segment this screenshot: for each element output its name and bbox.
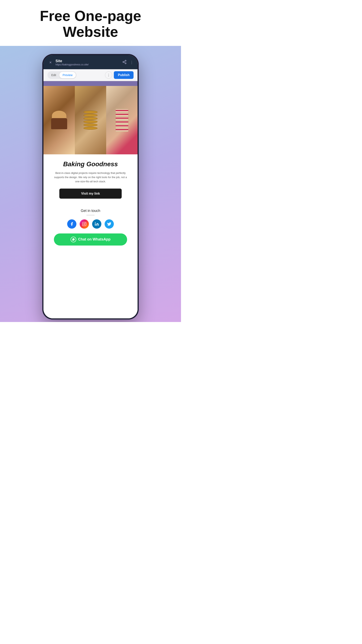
image-gallery: [43, 86, 138, 154]
cookie-6: [83, 127, 97, 130]
publish-button[interactable]: Publish: [114, 71, 134, 79]
cookie-4: [83, 120, 97, 123]
whatsapp-icon: [71, 237, 76, 242]
whatsapp-button[interactable]: Chat on WhatsApp: [54, 234, 127, 246]
facebook-icon[interactable]: [67, 219, 76, 228]
more-options-button[interactable]: ⋮: [105, 72, 112, 79]
gradient-background: × Site https://bakinggoodness.co.site/: [0, 46, 181, 322]
edit-tab[interactable]: Edit: [48, 72, 59, 78]
text-content: Baking Goodness Best-in-class digital pr…: [43, 154, 138, 208]
divider: [86, 215, 94, 215]
site-url: https://bakinggoodness.co.site/: [55, 63, 120, 66]
visit-link-button[interactable]: Visit my link: [59, 188, 122, 199]
hero-title-line1: Free One-page: [40, 8, 141, 24]
close-button[interactable]: ×: [47, 60, 53, 65]
gallery-image-2: [75, 86, 106, 154]
more-icon[interactable]: ⋮: [130, 60, 134, 64]
sandwich-stack: [115, 109, 128, 132]
svg-point-7: [85, 223, 85, 223]
svg-rect-5: [82, 222, 86, 226]
svg-point-6: [83, 223, 85, 224]
get-in-touch-section: Get in touch: [43, 209, 138, 249]
svg-point-2: [125, 63, 126, 64]
share-icon[interactable]: [122, 60, 127, 65]
sandwich-3: [115, 116, 128, 120]
svg-rect-8: [95, 224, 96, 226]
sandwich-5: [115, 124, 128, 128]
cookie-1: [83, 111, 97, 114]
svg-line-3: [124, 62, 125, 63]
linkedin-icon[interactable]: [92, 219, 101, 228]
whatsapp-label: Chat on WhatsApp: [78, 237, 111, 242]
cookie-3: [83, 117, 97, 120]
svg-point-0: [125, 60, 126, 62]
cookie-5: [83, 124, 97, 126]
cookie-stack: [83, 111, 97, 130]
svg-point-1: [123, 62, 124, 62]
preview-tab[interactable]: Preview: [59, 72, 76, 78]
get-in-touch-label: Get in touch: [47, 209, 134, 213]
baking-description: Best-in-class digital projects require t…: [51, 171, 129, 184]
sandwich-1: [115, 109, 128, 112]
phone-inner: × Site https://bakinggoodness.co.site/: [43, 55, 138, 318]
svg-point-9: [95, 222, 96, 223]
page-wrapper: Free One-page Website × Site https://bak…: [0, 0, 181, 322]
title-area: Site https://bakinggoodness.co.site/: [55, 59, 120, 66]
tab-group: Edit Preview: [47, 71, 76, 79]
phone-toolbar: Edit Preview ⋮ Publish: [43, 69, 138, 81]
purple-band: [43, 81, 138, 86]
twitter-icon[interactable]: [105, 219, 114, 228]
phone-mockup: × Site https://bakinggoodness.co.site/: [42, 54, 139, 320]
gallery-image-1: [43, 86, 75, 154]
cookie-2: [83, 114, 97, 117]
svg-line-4: [124, 61, 125, 62]
hero-title-section: Free One-page Website: [0, 0, 181, 46]
hero-heading: Free One-page Website: [12, 8, 169, 40]
sandwich-2: [115, 113, 128, 116]
hero-title-line2: Website: [63, 24, 118, 40]
topbar-icons: ⋮: [122, 60, 134, 65]
baking-title: Baking Goodness: [51, 160, 129, 168]
instagram-icon[interactable]: [80, 219, 89, 228]
sandwich-6: [115, 128, 128, 132]
website-content: Baking Goodness Best-in-class digital pr…: [43, 81, 138, 318]
sandwich-4: [115, 120, 128, 124]
gallery-image-3: [106, 86, 138, 154]
cupcake-visual: [50, 111, 68, 129]
cupcake-body: [51, 118, 67, 129]
site-title: Site: [55, 59, 120, 63]
social-icons: [47, 219, 134, 228]
phone-topbar: × Site https://bakinggoodness.co.site/: [43, 55, 138, 69]
